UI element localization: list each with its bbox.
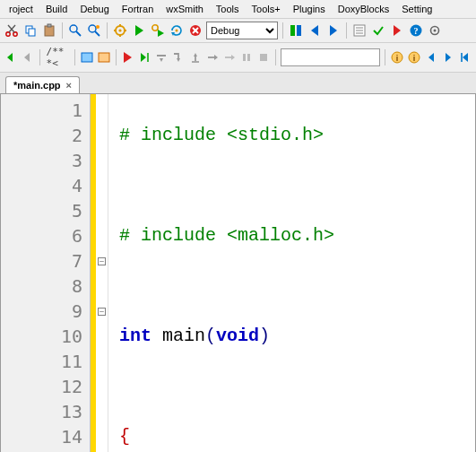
replace-icon[interactable] (86, 22, 102, 39)
code-area[interactable]: # include <stdio.h> # include <malloc.h>… (108, 94, 475, 452)
svg-marker-49 (177, 58, 180, 62)
copy-icon[interactable] (22, 22, 39, 39)
line-number-gutter: 1 2 3 4 5 6 7 8 9 10 11 12 13 14 15 (1, 94, 91, 452)
line-number: 9 (1, 299, 82, 324)
svg-marker-48 (160, 58, 163, 62)
line-number: 11 (1, 349, 82, 374)
fold-column: − − (96, 94, 108, 452)
svg-point-10 (89, 25, 96, 32)
line-number: 8 (1, 274, 82, 299)
code-text: main (151, 326, 205, 346)
svg-line-11 (95, 31, 100, 36)
debug-target-combo[interactable] (281, 48, 380, 66)
separator (39, 49, 40, 65)
menu-debug[interactable]: Debug (74, 2, 114, 16)
svg-rect-7 (48, 24, 51, 27)
separator (116, 49, 117, 65)
back-icon[interactable] (4, 49, 18, 65)
regex-label: /** *< (45, 46, 70, 69)
info-icon[interactable]: i (390, 49, 404, 65)
svg-marker-65 (463, 53, 468, 62)
next-instr-icon[interactable] (205, 49, 220, 65)
svg-marker-50 (194, 53, 197, 56)
menu-wxsmith[interactable]: wxSmith (160, 2, 209, 16)
menu-settings[interactable]: Setting (396, 2, 437, 16)
paste-icon[interactable] (41, 22, 57, 39)
build-icon[interactable] (112, 22, 128, 39)
doxy-wizard-icon[interactable] (80, 49, 94, 65)
next-diff-icon[interactable] (325, 22, 342, 39)
separator (282, 22, 283, 39)
menu-toolsplus[interactable]: Tools+ (247, 2, 286, 16)
step-out-icon[interactable] (188, 49, 203, 65)
info2-icon[interactable]: i (407, 49, 421, 65)
svg-text:?: ? (414, 26, 419, 36)
menu-project[interactable]: roject (4, 2, 39, 16)
line-number: 5 (1, 198, 82, 223)
toggle-source-header-icon[interactable] (288, 22, 304, 39)
svg-marker-64 (446, 53, 451, 62)
run-icon[interactable] (131, 22, 147, 39)
fold-toggle-icon[interactable]: − (98, 308, 106, 316)
tab-main-cpp[interactable]: *main.cpp × (5, 76, 80, 93)
prev-bookmark-icon[interactable] (21, 49, 35, 65)
svg-point-14 (118, 29, 121, 31)
separator (62, 22, 63, 39)
home-nav-icon[interactable] (458, 49, 472, 65)
svg-point-20 (152, 25, 158, 30)
svg-line-9 (76, 31, 81, 36)
separator (74, 49, 75, 65)
line-number: 12 (1, 374, 82, 399)
svg-marker-29 (311, 25, 318, 36)
separator (107, 22, 108, 39)
code-editor[interactable]: 1 2 3 4 5 6 7 8 9 10 11 12 13 14 15 − − … (0, 94, 476, 452)
next-result-icon[interactable] (441, 49, 455, 65)
break-debug-icon[interactable] (239, 49, 254, 65)
code-text: void (216, 326, 259, 346)
menu-plugins[interactable]: Plugins (288, 2, 331, 16)
toolbar-secondary: /** *< i i (0, 43, 476, 73)
menu-fortran[interactable]: Fortran (117, 2, 159, 16)
settings-gear-icon[interactable] (427, 22, 443, 39)
run-to-cursor-icon[interactable] (137, 49, 151, 65)
svg-rect-6 (45, 26, 54, 36)
svg-point-8 (70, 25, 77, 32)
prev-diff-icon[interactable] (307, 22, 323, 39)
next-line-icon[interactable] (154, 49, 169, 65)
menu-doxyblocks[interactable]: DoxyBlocks (333, 2, 394, 16)
step-into-icon[interactable] (171, 49, 186, 65)
line-number: 14 (1, 424, 82, 449)
step-into-instr-icon[interactable] (222, 49, 237, 65)
svg-rect-56 (243, 54, 246, 61)
svg-marker-53 (214, 55, 218, 60)
toolbar-main: Debug ? (0, 19, 476, 43)
rebuild-icon[interactable] (169, 22, 185, 39)
prev-result-icon[interactable] (424, 49, 438, 65)
svg-marker-30 (330, 25, 337, 36)
cut-icon[interactable] (4, 22, 20, 39)
svg-marker-45 (141, 53, 146, 62)
code-text: ( (205, 326, 216, 346)
abort-icon[interactable] (187, 22, 203, 39)
fold-toggle-icon[interactable]: − (98, 257, 106, 265)
svg-rect-5 (29, 29, 35, 36)
line-number: 4 (1, 173, 82, 198)
menu-build[interactable]: Build (40, 2, 73, 16)
svg-rect-47 (157, 55, 166, 56)
close-icon[interactable]: × (66, 80, 72, 91)
debug-start-icon[interactable] (120, 49, 134, 65)
build-run-icon[interactable] (150, 22, 166, 39)
todo-list-icon[interactable] (351, 22, 368, 39)
find-icon[interactable] (67, 22, 83, 39)
doxy-html-icon[interactable] (97, 49, 111, 65)
line-number: 6 (1, 223, 82, 248)
check-icon[interactable] (370, 22, 386, 39)
stop-debug-icon[interactable] (256, 49, 271, 65)
svg-point-12 (96, 25, 100, 29)
svg-marker-44 (124, 52, 132, 63)
next-error-icon[interactable] (389, 22, 405, 39)
menu-tools[interactable]: Tools (211, 2, 245, 16)
help-icon[interactable]: ? (408, 22, 424, 39)
svg-rect-58 (260, 54, 267, 61)
build-target-select[interactable]: Debug (206, 22, 278, 39)
